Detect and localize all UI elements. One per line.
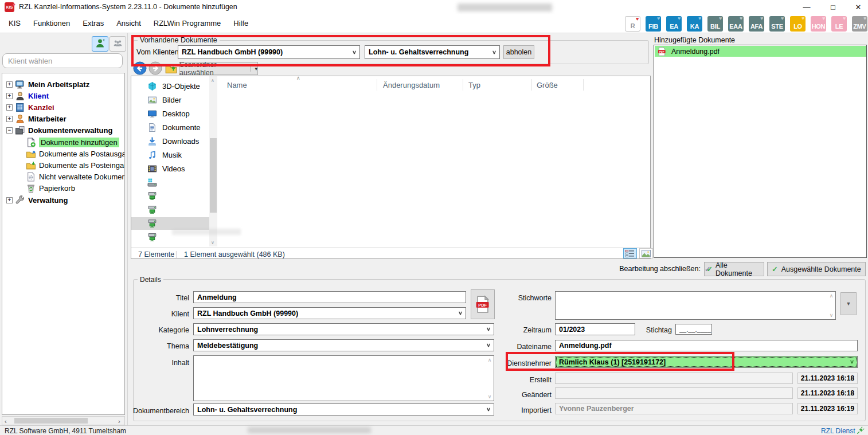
client-group-view-button[interactable]: [110, 36, 126, 52]
sidebar-item-dokumente-als-postausgang[interactable]: Dokumente als Postausgang: [26, 148, 125, 159]
column-separator[interactable]: [463, 79, 463, 91]
inhalt-textarea[interactable]: ∧ ∨: [193, 355, 494, 401]
column-header-name[interactable]: Name: [227, 81, 247, 89]
tree-expander[interactable]: +: [6, 93, 13, 99]
chevron-down-icon: ∨: [483, 406, 494, 412]
column-separator[interactable]: [377, 79, 377, 91]
pdf-preview-button[interactable]: PDF: [471, 289, 495, 319]
menu-extras[interactable]: Extras: [76, 14, 110, 33]
scroll-up-icon[interactable]: ∧: [487, 357, 492, 363]
sidebar-item-verwaltung[interactable]: +Verwaltung: [6, 194, 68, 206]
chevron-down-icon[interactable]: ▾: [250, 66, 257, 72]
menu-hilfe[interactable]: Hilfe: [227, 14, 255, 33]
kategorie-select[interactable]: Lohnverrechnung∨: [193, 323, 494, 335]
quickbar-tile-eaa[interactable]: ♥EAA: [728, 16, 744, 32]
added-document-row[interactable]: PDFAnmeldung.pdf: [655, 46, 866, 57]
scroll-down-icon[interactable]: ∨: [211, 239, 214, 247]
klient-select[interactable]: RZL Handbuch GmbH (99990)∨: [193, 307, 466, 319]
zeitraum-label: Zeitraum: [494, 326, 552, 334]
stichtag-input[interactable]: [675, 324, 712, 335]
tree-expander[interactable]: −: [6, 127, 13, 134]
file-browser-scrollbar[interactable]: ∧ ∨: [209, 76, 217, 246]
tree-expander[interactable]: +: [6, 81, 13, 88]
tree-expander[interactable]: +: [6, 197, 13, 203]
quickbar-tile-hon[interactable]: ♥HON: [811, 16, 826, 32]
column-separator[interactable]: [583, 79, 584, 91]
thema-select[interactable]: Meldebestätigung∨: [193, 339, 494, 351]
sidebar-item-mitarbeiter[interactable]: +Mitarbeiter: [6, 113, 66, 124]
tree-expander[interactable]: +: [6, 104, 13, 111]
sidebar-item-papierkorb[interactable]: Papierkorb: [26, 182, 75, 194]
quickbar-tile-le[interactable]: ♥LE: [831, 16, 847, 32]
scroll-down-icon[interactable]: ∨: [828, 312, 834, 318]
fb-nav-drive-9[interactable]: [131, 203, 209, 216]
stichworte-textarea[interactable]: ∧ ∨: [555, 291, 836, 320]
column-header-date[interactable]: Änderungsdatum: [383, 81, 440, 89]
fb-nav-drive-8[interactable]: [131, 190, 209, 202]
finish-all-button[interactable]: ✓✓ Alle Dokumente: [704, 262, 764, 276]
klient-label: Klient: [132, 310, 189, 318]
zeitraum-input[interactable]: [555, 323, 635, 335]
sort-ascending-icon[interactable]: ∧: [296, 75, 300, 81]
sidebar-item-mein-arbeitsplatz[interactable]: +Mein Arbeitsplatz: [6, 79, 89, 90]
single-client-view-button[interactable]: K: [92, 36, 108, 52]
fb-nav-downloads[interactable]: Downloads: [131, 135, 209, 147]
scroll-down-icon[interactable]: ∨: [487, 394, 492, 399]
scroll-left-icon[interactable]: ‹: [5, 417, 7, 425]
scrollbar-thumb[interactable]: [14, 418, 88, 424]
thumbnail-view-toggle[interactable]: [639, 248, 653, 258]
network-drive-icon: [147, 233, 157, 242]
quickbar-tile-ea[interactable]: ♥EA: [666, 16, 682, 32]
scroll-up-icon[interactable]: ∧: [828, 293, 834, 299]
menu-ansicht[interactable]: Ansicht: [110, 14, 147, 33]
menu-funktionen[interactable]: Funktionen: [27, 14, 76, 33]
quickbar-tile-afa[interactable]: ♥AFA: [749, 16, 764, 32]
dateiname-input[interactable]: [555, 340, 858, 351]
scroll-right-icon[interactable]: ›: [118, 417, 120, 425]
quickbar-tile-ste[interactable]: ♥STE: [769, 16, 785, 32]
maximize-button[interactable]: □: [824, 2, 842, 13]
quickbar-tile-bil[interactable]: ♥BIL: [707, 16, 723, 32]
fb-nav-musik[interactable]: Musik: [131, 148, 209, 161]
fb-nav-videos[interactable]: Videos: [131, 162, 209, 175]
sidebar-item-dokumente-hinzuf-gen[interactable]: Dokumente hinzufügen: [26, 136, 119, 148]
pictures-icon: [147, 95, 157, 105]
sidebar-item-kanzlei[interactable]: +Kanzlei: [6, 101, 54, 113]
fb-nav-drive-7[interactable]: [131, 176, 209, 189]
quickbar-tile-lo[interactable]: ♥LO: [790, 16, 806, 32]
scroll-up-icon[interactable]: ∧: [211, 77, 214, 85]
sidebar-item-klient[interactable]: +Klient: [6, 90, 49, 101]
quickbar-tile-zmv[interactable]: ♥ZMV: [852, 16, 867, 32]
quickbar-tile-r[interactable]: ♥R: [625, 16, 640, 32]
music-icon: [147, 150, 157, 160]
sidebar-item-nicht-verwaltete-dokumente[interactable]: Nicht verwaltete Dokumente: [26, 171, 125, 182]
downloads-icon: [147, 136, 157, 146]
close-button[interactable]: ✕: [850, 2, 867, 13]
fb-nav-bilder[interactable]: Bilder: [131, 93, 209, 106]
finish-selected-button[interactable]: ✓ Ausgewählte Dokumente: [767, 262, 866, 276]
scrollbar-thumb[interactable]: [210, 138, 217, 213]
dokumentbereich-select[interactable]: Lohn- u. Gehaltsverrechnung∨: [193, 403, 494, 416]
column-header-type[interactable]: Typ: [468, 81, 480, 89]
quickbar-tile-fib[interactable]: ♥FIB: [646, 16, 661, 32]
minimize-button[interactable]: —: [798, 2, 815, 13]
menu-rzlwin-programme[interactable]: RZLWin Programme: [147, 14, 228, 33]
redacted-status-text: [248, 427, 371, 433]
3d-objects-icon: [147, 81, 157, 91]
fb-nav-drive-10[interactable]: [131, 217, 209, 230]
sidebar-item-dokumente-als-posteingang[interactable]: Dokumente als Posteingang: [26, 159, 125, 171]
sidebar-horizontal-scrollbar[interactable]: ‹ ›: [2, 416, 125, 425]
quickbar-tile-ka[interactable]: ♥KA: [687, 16, 702, 32]
column-separator[interactable]: [531, 79, 532, 91]
client-search-input[interactable]: [2, 53, 123, 68]
tree-expander[interactable]: +: [6, 116, 13, 122]
titel-input[interactable]: [193, 291, 466, 303]
sidebar-item-dokumentenverwaltung[interactable]: −Dokumentenverwaltung: [6, 124, 112, 136]
column-header-size[interactable]: Größe: [537, 81, 558, 89]
menu-kis[interactable]: KIS: [2, 14, 27, 33]
fb-nav-desktop[interactable]: Desktop: [131, 107, 209, 120]
fb-nav-3d-objekte[interactable]: 3D-Objekte: [131, 80, 209, 92]
stichworte-dropdown-button[interactable]: ▼: [840, 292, 857, 315]
fb-nav-dokumente[interactable]: Dokumente: [131, 121, 209, 134]
details-view-toggle[interactable]: [623, 248, 637, 258]
